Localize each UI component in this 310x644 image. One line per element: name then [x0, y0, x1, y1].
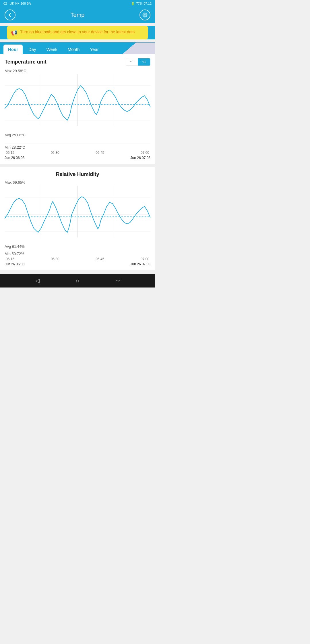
tab-hour[interactable]: Hour — [3, 45, 23, 54]
hum-time-label-2: 06:30 — [51, 257, 59, 261]
notification-text: Turn on bluetooth and get close to your … — [20, 29, 135, 35]
header: Temp — [0, 7, 155, 23]
temperature-title: Temperature unit — [5, 59, 46, 65]
battery-icon: 🔋 — [131, 2, 135, 5]
tab-section: Hour Day Week Month Year — [0, 42, 155, 54]
time-label-2: 06:30 — [51, 151, 59, 155]
page-title: Temp — [71, 12, 85, 18]
tab-day[interactable]: Day — [24, 45, 41, 54]
tab-bar: Hour Day Week Month Year — [3, 45, 152, 54]
temp-date-labels: Jun 26 06:03 Jun 26 07:03 — [5, 156, 150, 160]
settings-button[interactable] — [140, 9, 150, 20]
megaphone-icon: 📢 — [11, 30, 17, 36]
carrier-label: 02 - UK — [3, 2, 14, 5]
humidity-title: Relative Humidity — [5, 171, 150, 177]
humidity-chart — [5, 186, 150, 243]
hum-time-label-4: 07:00 — [141, 257, 149, 261]
temperature-header: Temperature unit °F °C — [5, 58, 150, 66]
humidity-min-label: Min 50.72% — [5, 252, 150, 256]
temp-min-label: Min 28.22°C — [5, 145, 150, 150]
humidity-max-label: Max 69.65% — [5, 180, 150, 185]
status-bar: 02 - UK H+ 168 B/s 🔋 77% 07:12 — [0, 0, 155, 7]
humidity-time-labels: 06:15 06:30 06:45 07:00 — [5, 257, 150, 261]
tab-week[interactable]: Week — [42, 45, 62, 54]
nav-back-button[interactable]: ◁ — [35, 277, 40, 284]
speed-label: 168 B/s — [21, 2, 31, 5]
temp-date-end: Jun 26 07:03 — [131, 156, 150, 160]
battery-label: 77% — [136, 2, 142, 5]
temperature-card: Temperature unit °F °C Max 29.58°C — [0, 54, 155, 164]
fahrenheit-button[interactable]: °F — [126, 58, 138, 66]
humidity-date-labels: Jun 26 06:03 Jun 26 07:03 — [5, 262, 150, 266]
network-label: H+ — [15, 2, 19, 5]
humidity-avg-label: Avg 61.44% — [5, 244, 150, 249]
temp-max-label: Max 29.58°C — [5, 69, 150, 73]
temp-time-labels: 06:15 06:30 06:45 07:00 — [5, 151, 150, 155]
humidity-card: Relative Humidity Max 69.65% Avg 61.44% … — [0, 167, 155, 270]
nav-bar: ◁ ○ ▱ — [0, 274, 155, 288]
humidity-date-end: Jun 26 07:03 — [131, 262, 150, 266]
back-button[interactable] — [5, 9, 16, 20]
hum-time-label-3: 06:45 — [96, 257, 104, 261]
time-label: 07:12 — [144, 2, 152, 5]
tab-year[interactable]: Year — [85, 45, 103, 54]
temperature-chart — [5, 74, 150, 132]
hum-time-label-1: 06:15 — [6, 257, 14, 261]
time-label-1: 06:15 — [6, 151, 14, 155]
nav-recent-button[interactable]: ▱ — [115, 277, 120, 284]
content-area: Temperature unit °F °C Max 29.58°C — [0, 54, 155, 270]
temp-avg-label: Avg 29.06°C — [5, 133, 150, 137]
nav-home-button[interactable]: ○ — [76, 277, 79, 284]
tab-month[interactable]: Month — [63, 45, 84, 54]
status-right: 🔋 77% 07:12 — [131, 2, 152, 5]
notification-banner: 📢 Turn on bluetooth and get close to you… — [7, 26, 148, 39]
temp-date-start: Jun 26 06:03 — [5, 156, 24, 160]
celsius-button[interactable]: °C — [138, 58, 150, 66]
time-label-3: 06:45 — [96, 151, 104, 155]
time-label-4: 07:00 — [141, 151, 149, 155]
unit-toggle: °F °C — [126, 58, 150, 66]
humidity-date-start: Jun 26 06:03 — [5, 262, 24, 266]
status-left: 02 - UK H+ 168 B/s — [3, 2, 31, 5]
